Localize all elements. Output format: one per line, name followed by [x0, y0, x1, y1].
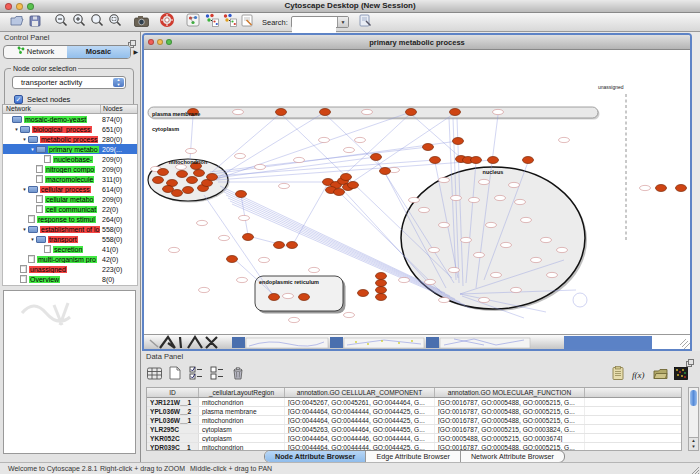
tree-row[interactable]: multi-organism pro42(0) [3, 254, 137, 264]
view-close-button[interactable] [148, 39, 154, 45]
graph-small-node[interactable] [233, 109, 244, 114]
graph-small-node[interactable] [169, 247, 180, 252]
graph-small-node[interactable] [547, 272, 558, 277]
graph-node[interactable] [236, 191, 247, 198]
import-attributes-button[interactable] [609, 367, 627, 383]
tree-row[interactable]: ▼establishment of lo558(0) [3, 224, 137, 234]
select-attributes-button[interactable] [187, 367, 205, 383]
graph-small-node[interactable] [486, 222, 497, 227]
zoom-button[interactable] [27, 3, 34, 10]
table-row[interactable]: YLR295Ccytoplasm[GO:0045263, GO:0044464,… [147, 425, 681, 434]
graph-node[interactable] [380, 168, 391, 175]
graph-node[interactable] [299, 294, 310, 301]
graph-node[interactable] [376, 294, 387, 301]
formula-builder-button[interactable]: f(x) [630, 367, 648, 383]
minimize-button[interactable] [16, 3, 23, 10]
zoom-selected-button[interactable] [106, 14, 124, 30]
graph-small-node[interactable] [474, 252, 485, 257]
graph-small-node[interactable] [362, 109, 373, 114]
graph-small-node[interactable] [439, 222, 450, 227]
scrollbar-arrows[interactable]: ▲▼ [689, 437, 698, 450]
tree-row[interactable]: ▼transport558(0) [3, 234, 137, 244]
graph-small-node[interactable] [197, 220, 208, 225]
graph-small-node[interactable] [235, 153, 246, 158]
graph-small-node[interactable] [239, 215, 250, 220]
graph-node[interactable] [358, 290, 369, 297]
network-canvas[interactable]: plasma membrane cytoplasm mitochondrion … [144, 50, 690, 334]
graph-small-node[interactable] [294, 157, 305, 162]
layout-b-button[interactable] [220, 14, 238, 30]
graph-node[interactable] [227, 256, 238, 263]
graph-small-node[interactable] [531, 257, 542, 262]
tab-network-attribute-browser[interactable]: Network Attribute Browser [461, 451, 564, 462]
annotation-button[interactable] [238, 14, 256, 30]
graph-small-node[interactable] [515, 199, 526, 204]
graph-node[interactable] [158, 169, 169, 176]
graph-node[interactable] [348, 182, 359, 189]
graph-small-node[interactable] [399, 277, 410, 282]
graph-small-node[interactable] [283, 293, 294, 298]
zoom-in-button[interactable] [70, 14, 88, 30]
layout-a-button[interactable] [202, 14, 220, 30]
network-window-titlebar[interactable]: primary metabolic process [144, 35, 690, 50]
view-minimize-button[interactable] [157, 39, 163, 45]
graph-small-node[interactable] [344, 312, 355, 317]
graph-node[interactable] [453, 138, 464, 145]
table-column-header[interactable]: annotation.GO MOLECULAR_FUNCTION [435, 388, 585, 397]
resize-grip[interactable] [689, 465, 699, 474]
snapshot-button[interactable] [132, 14, 150, 30]
graph-small-node[interactable] [491, 272, 502, 277]
graph-node[interactable] [334, 189, 345, 196]
tree-column-nodes[interactable]: Nodes [101, 105, 137, 113]
graph-node[interactable] [153, 177, 164, 184]
tree-row[interactable]: ▼metabolic process280(0) [3, 134, 137, 144]
graph-node[interactable] [423, 144, 434, 151]
tab-network[interactable]: Network [4, 46, 67, 58]
table-column-header[interactable]: _cellularLayoutRegion [199, 388, 285, 397]
matrix-view-button[interactable] [672, 367, 690, 383]
graph-node[interactable] [450, 109, 461, 116]
close-button[interactable] [5, 3, 12, 10]
zoom-fit-button[interactable] [88, 14, 106, 30]
vizmapper-button[interactable] [184, 14, 202, 30]
graph-small-node[interactable] [501, 242, 512, 247]
tab-node-attribute-browser[interactable]: Node Attribute Browser [265, 451, 366, 462]
zoom-out-button[interactable] [52, 14, 70, 30]
graph-node[interactable] [269, 294, 280, 301]
graph-node[interactable] [376, 280, 387, 287]
tab-mosaic[interactable]: Mosaic [67, 46, 130, 58]
new-attribute-button[interactable] [166, 367, 184, 383]
graph-small-node[interactable] [479, 297, 490, 302]
graph-node[interactable] [376, 273, 387, 280]
graph-small-node[interactable] [479, 179, 490, 184]
table-row[interactable]: YJR121W__1mitochondrion[GO:0045267, GO:0… [147, 398, 681, 407]
table-row[interactable]: YPL036W__2plasma membrane[GO:0044464, GO… [147, 407, 681, 416]
graph-small-node[interactable] [509, 182, 520, 187]
graph-node[interactable] [341, 174, 352, 181]
graph-small-node[interactable] [237, 277, 248, 282]
tab-overflow-arrow[interactable]: ▶ [133, 48, 138, 55]
graph-node[interactable] [371, 154, 382, 161]
tree-column-network[interactable]: Network [3, 105, 101, 113]
graph-small-node[interactable] [409, 197, 420, 202]
search-dropdown-arrow[interactable]: ▼ [337, 17, 348, 27]
graph-node[interactable] [187, 177, 198, 184]
unselect-attributes-button[interactable] [208, 367, 226, 383]
tree-row[interactable]: ▼cellular process614(0) [3, 184, 137, 194]
graph-node[interactable] [676, 185, 687, 192]
data-panel-float-icon[interactable] [686, 353, 694, 361]
tab-edge-attribute-browser[interactable]: Edge Attribute Browser [366, 451, 461, 462]
graph-small-node[interactable] [199, 287, 210, 292]
graph-small-node[interactable] [425, 279, 436, 284]
graph-small-node[interactable] [451, 195, 462, 200]
tree-row[interactable]: macromolecule311(0) [3, 174, 137, 184]
table-row[interactable]: YKR052Ccytoplasm[GO:0044464, GO:0044446,… [147, 434, 681, 443]
graph-small-node[interactable] [439, 297, 450, 302]
tree-row[interactable]: ▼primary metabo209(... [3, 144, 137, 154]
graph-small-node[interactable] [461, 237, 472, 242]
graph-small-node[interactable] [255, 164, 266, 169]
import-file-button[interactable] [651, 367, 669, 383]
tree-row[interactable]: Overview8(0) [3, 274, 137, 284]
tree-row[interactable]: nitrogen compo209(0) [3, 164, 137, 174]
graph-small-node[interactable] [439, 177, 450, 182]
